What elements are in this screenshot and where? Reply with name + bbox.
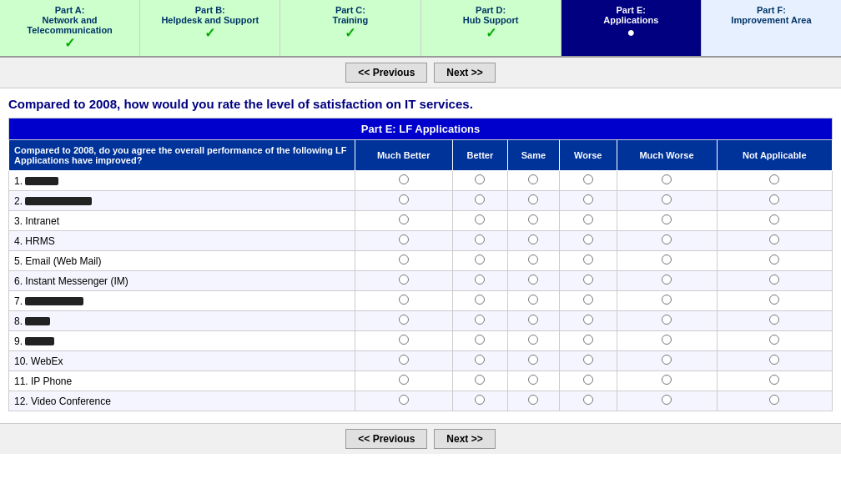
radio-row4-much-better[interactable]	[399, 234, 409, 244]
radio-row8-much-better[interactable]	[399, 315, 409, 325]
radio-cell-row5-col5[interactable]	[617, 251, 717, 271]
radio-row12-same[interactable]	[528, 395, 538, 405]
radio-row1-much-worse[interactable]	[662, 174, 672, 184]
radio-cell-row11-col6[interactable]	[717, 371, 833, 391]
nav-part-e[interactable]: Part E: Applications ●	[562, 0, 702, 56]
radio-row6-much-worse[interactable]	[662, 275, 672, 285]
radio-cell-row2-col3[interactable]	[507, 191, 559, 211]
radio-cell-row1-col1[interactable]	[355, 171, 452, 191]
radio-row3-much-better[interactable]	[399, 214, 409, 224]
radio-cell-row5-col2[interactable]	[452, 251, 507, 271]
radio-row8-same[interactable]	[528, 315, 538, 325]
radio-cell-row6-col5[interactable]	[617, 271, 717, 291]
radio-row8-worse[interactable]	[583, 315, 593, 325]
radio-row9-same[interactable]	[528, 335, 538, 345]
radio-cell-row7-col5[interactable]	[617, 291, 717, 311]
radio-row5-not-applicable[interactable]	[769, 255, 779, 265]
radio-row12-much-worse[interactable]	[662, 395, 672, 405]
radio-row12-worse[interactable]	[583, 395, 593, 405]
nav-part-d[interactable]: Part D: Hub Support ✓	[421, 0, 562, 56]
radio-row2-same[interactable]	[528, 194, 538, 204]
radio-row11-same[interactable]	[528, 375, 538, 385]
radio-cell-row9-col6[interactable]	[717, 331, 833, 351]
radio-row3-better[interactable]	[475, 214, 485, 224]
radio-row2-much-better[interactable]	[399, 194, 409, 204]
radio-row1-worse[interactable]	[583, 174, 593, 184]
radio-cell-row4-col5[interactable]	[617, 231, 717, 251]
nav-part-b[interactable]: Part B: Helpdesk and Support ✓	[140, 0, 280, 56]
radio-cell-row12-col2[interactable]	[452, 391, 507, 411]
radio-row10-worse[interactable]	[583, 355, 593, 365]
radio-cell-row11-col1[interactable]	[355, 371, 452, 391]
radio-row2-better[interactable]	[475, 194, 485, 204]
radio-cell-row10-col3[interactable]	[507, 351, 559, 371]
radio-row6-worse[interactable]	[583, 275, 593, 285]
radio-cell-row7-col4[interactable]	[559, 291, 617, 311]
radio-cell-row2-col6[interactable]	[717, 191, 833, 211]
radio-cell-row1-col3[interactable]	[507, 171, 559, 191]
radio-row7-worse[interactable]	[583, 295, 593, 305]
radio-row1-much-better[interactable]	[399, 174, 409, 184]
nav-part-f[interactable]: Part F: Improvement Area ✓	[702, 0, 841, 56]
radio-row4-not-applicable[interactable]	[769, 234, 779, 244]
radio-cell-row8-col3[interactable]	[507, 311, 559, 331]
prev-button-bottom[interactable]: << Previous	[345, 429, 427, 449]
radio-row5-better[interactable]	[475, 255, 485, 265]
radio-row10-much-worse[interactable]	[662, 355, 672, 365]
radio-row12-better[interactable]	[475, 395, 485, 405]
radio-cell-row12-col5[interactable]	[617, 391, 717, 411]
radio-row6-same[interactable]	[528, 275, 538, 285]
radio-row11-much-worse[interactable]	[662, 375, 672, 385]
radio-cell-row6-col4[interactable]	[559, 271, 617, 291]
radio-cell-row8-col5[interactable]	[617, 311, 717, 331]
radio-cell-row6-col3[interactable]	[507, 271, 559, 291]
prev-button-top[interactable]: << Previous	[345, 63, 427, 83]
radio-row8-much-worse[interactable]	[662, 315, 672, 325]
radio-cell-row8-col6[interactable]	[717, 311, 833, 331]
radio-row11-not-applicable[interactable]	[769, 375, 779, 385]
radio-cell-row11-col2[interactable]	[452, 371, 507, 391]
radio-cell-row10-col4[interactable]	[559, 351, 617, 371]
radio-cell-row9-col1[interactable]	[355, 331, 452, 351]
radio-row5-much-worse[interactable]	[662, 255, 672, 265]
radio-cell-row3-col6[interactable]	[717, 211, 833, 231]
radio-cell-row3-col1[interactable]	[355, 211, 452, 231]
radio-row10-same[interactable]	[528, 355, 538, 365]
radio-cell-row11-col4[interactable]	[559, 371, 617, 391]
radio-cell-row4-col4[interactable]	[559, 231, 617, 251]
radio-row10-not-applicable[interactable]	[769, 355, 779, 365]
radio-row9-better[interactable]	[475, 335, 485, 345]
radio-row7-much-better[interactable]	[399, 295, 409, 305]
radio-cell-row8-col2[interactable]	[452, 311, 507, 331]
radio-cell-row1-col5[interactable]	[617, 171, 717, 191]
radio-cell-row5-col6[interactable]	[717, 251, 833, 271]
radio-row4-better[interactable]	[475, 234, 485, 244]
radio-cell-row2-col4[interactable]	[559, 191, 617, 211]
radio-cell-row9-col4[interactable]	[559, 331, 617, 351]
radio-cell-row10-col6[interactable]	[717, 351, 833, 371]
radio-cell-row8-col1[interactable]	[355, 311, 452, 331]
radio-row11-much-better[interactable]	[399, 375, 409, 385]
radio-row3-same[interactable]	[528, 214, 538, 224]
nav-part-c[interactable]: Part C: Training ✓	[280, 0, 420, 56]
radio-row9-worse[interactable]	[583, 335, 593, 345]
radio-row12-much-better[interactable]	[399, 395, 409, 405]
radio-cell-row2-col5[interactable]	[617, 191, 717, 211]
radio-cell-row10-col5[interactable]	[617, 351, 717, 371]
radio-row1-same[interactable]	[528, 174, 538, 184]
radio-cell-row7-col2[interactable]	[452, 291, 507, 311]
radio-row9-much-worse[interactable]	[662, 335, 672, 345]
radio-cell-row3-col4[interactable]	[559, 211, 617, 231]
radio-row11-worse[interactable]	[583, 375, 593, 385]
radio-cell-row7-col1[interactable]	[355, 291, 452, 311]
radio-cell-row3-col5[interactable]	[617, 211, 717, 231]
nav-part-a[interactable]: Part A: Network and Telecommunication ✓	[0, 0, 140, 56]
radio-row7-much-worse[interactable]	[662, 295, 672, 305]
radio-row11-better[interactable]	[475, 375, 485, 385]
radio-cell-row7-col6[interactable]	[717, 291, 833, 311]
radio-cell-row4-col3[interactable]	[507, 231, 559, 251]
radio-cell-row3-col2[interactable]	[452, 211, 507, 231]
radio-cell-row4-col6[interactable]	[717, 231, 833, 251]
radio-cell-row2-col2[interactable]	[452, 191, 507, 211]
radio-row5-worse[interactable]	[583, 255, 593, 265]
